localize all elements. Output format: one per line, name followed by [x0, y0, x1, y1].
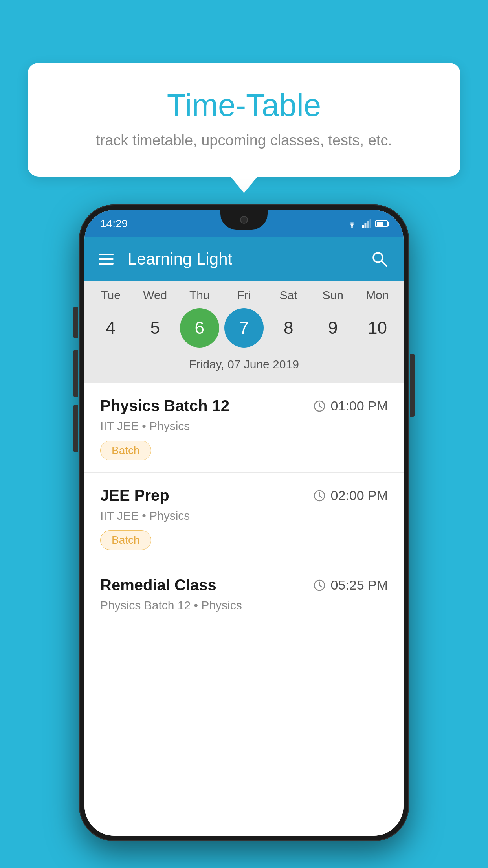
svg-point-0 [351, 226, 353, 228]
schedule-item-1[interactable]: Physics Batch 12 01:00 PM IIT JEE • Phys… [84, 383, 404, 473]
schedule-item-1-header: Physics Batch 12 01:00 PM [100, 397, 388, 415]
clock-icon-2 [313, 489, 326, 502]
day-4[interactable]: 4 [91, 308, 130, 348]
schedule-item-2-subtitle: IIT JEE • Physics [100, 509, 388, 522]
phone-screen: 14:29 [84, 210, 404, 836]
schedule-item-2-title: JEE Prep [100, 487, 169, 504]
day-header-sat: Sat [269, 289, 308, 302]
wifi-icon [346, 219, 358, 228]
day-header-mon: Mon [358, 289, 397, 302]
schedule-item-2-time: 02:00 PM [313, 488, 388, 503]
day-header-fri: Fri [224, 289, 264, 302]
svg-line-9 [319, 406, 322, 408]
hamburger-menu-button[interactable] [99, 254, 114, 265]
schedule-item-1-time: 01:00 PM [313, 398, 388, 414]
battery-icon [375, 220, 388, 227]
tooltip-card: Time-Table track timetable, upcoming cla… [28, 63, 460, 177]
side-button-volume-down [73, 350, 78, 397]
tooltip-title: Time-Table [47, 86, 441, 124]
batch-badge-1: Batch [100, 441, 151, 460]
schedule-item-1-subtitle: IIT JEE • Physics [100, 419, 388, 433]
day-header-sun: Sun [313, 289, 352, 302]
selected-date-label: Friday, 07 June 2019 [84, 354, 404, 379]
svg-line-15 [319, 585, 322, 587]
day-header-wed: Wed [136, 289, 175, 302]
hamburger-line-2 [99, 258, 114, 260]
day-9[interactable]: 9 [313, 308, 352, 348]
clock-icon-3 [313, 579, 326, 592]
day-headers: Tue Wed Thu Fri Sat Sun Mon [84, 289, 404, 308]
phone-wrapper: 14:29 [79, 204, 409, 841]
hamburger-line-3 [99, 263, 114, 265]
svg-line-6 [382, 261, 387, 266]
clock-icon-1 [313, 400, 326, 412]
schedule-item-3-time: 05:25 PM [313, 577, 388, 593]
app-bar: Learning Light [84, 237, 404, 281]
day-numbers: 4 5 6 7 8 9 10 [84, 308, 404, 354]
svg-rect-1 [362, 225, 364, 228]
phone-frame: 14:29 [79, 204, 409, 841]
schedule-item-2-header: JEE Prep 02:00 PM [100, 487, 388, 504]
app-title: Learning Light [128, 250, 370, 268]
status-bar: 14:29 [84, 210, 404, 237]
day-6-today[interactable]: 6 [180, 308, 219, 348]
schedule-item-3-subtitle: Physics Batch 12 • Physics [100, 599, 388, 612]
schedule-list: Physics Batch 12 01:00 PM IIT JEE • Phys… [84, 383, 404, 836]
svg-rect-2 [365, 223, 367, 228]
status-icons [346, 219, 388, 228]
schedule-item-3[interactable]: Remedial Class 05:25 PM Physics Batch 12… [84, 562, 404, 632]
batch-badge-2: Batch [100, 530, 151, 550]
day-10[interactable]: 10 [358, 308, 397, 348]
side-button-volume-up [73, 307, 78, 338]
schedule-item-3-title: Remedial Class [100, 576, 216, 594]
notch [220, 210, 268, 230]
side-button-power [410, 354, 415, 417]
search-icon [370, 250, 389, 268]
status-time: 14:29 [100, 217, 128, 230]
day-8[interactable]: 8 [269, 308, 308, 348]
day-7-selected[interactable]: 7 [224, 308, 264, 348]
side-button-volume-down2 [73, 405, 78, 452]
svg-rect-4 [370, 219, 372, 228]
schedule-item-1-title: Physics Batch 12 [100, 397, 229, 415]
tooltip-subtitle: track timetable, upcoming classes, tests… [47, 132, 441, 149]
svg-line-12 [319, 496, 322, 497]
schedule-item-2[interactable]: JEE Prep 02:00 PM IIT JEE • Physics Batc… [84, 473, 404, 562]
signal-icon [362, 219, 371, 228]
calendar-strip: Tue Wed Thu Fri Sat Sun Mon 4 5 6 7 8 9 … [84, 281, 404, 383]
hamburger-line-1 [99, 254, 114, 255]
day-header-tue: Tue [91, 289, 130, 302]
day-5[interactable]: 5 [136, 308, 175, 348]
schedule-item-3-header: Remedial Class 05:25 PM [100, 576, 388, 594]
day-header-thu: Thu [180, 289, 219, 302]
search-button[interactable] [370, 249, 389, 269]
camera [240, 216, 248, 224]
svg-rect-3 [367, 221, 369, 228]
